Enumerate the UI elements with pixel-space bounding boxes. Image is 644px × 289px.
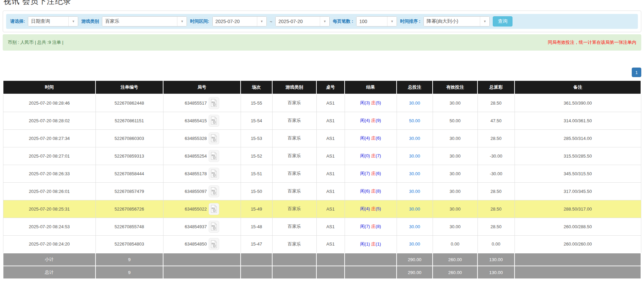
total-bet-link[interactable]: 30.00: [409, 101, 420, 106]
video-file-icon: [210, 187, 217, 195]
valid-bet-cell: 30.00: [433, 200, 477, 218]
table-row: 2025-07-20 08:24:20 522670854803 6348548…: [3, 235, 641, 253]
session-cell: 15-50: [241, 182, 272, 200]
result-cell: 闲(4) 庄(6): [345, 129, 397, 147]
result-banker: 庄: [371, 118, 376, 123]
valid-bet-cell: 0.00: [433, 235, 477, 253]
video-file-icon: [210, 205, 217, 213]
valid-bet-cell: 30.00: [433, 94, 477, 112]
result-player: 闲(1): [360, 241, 370, 247]
session-cell: 15-53: [241, 129, 272, 147]
subtotal-count: 9: [95, 253, 163, 266]
game-type-cell: 百家乐: [272, 112, 316, 129]
table-row: 2025-07-20 08:27:34 522670860303 6348553…: [3, 129, 641, 147]
result-banker: 庄: [371, 206, 376, 211]
time-cell: 2025-07-20 08:24:20: [3, 235, 95, 253]
page-size-select[interactable]: ▼: [356, 16, 397, 26]
filter-panel: 请选择: ▼ 游戏类别 ▼ 时间区间: ▼ ~ ▼ 每页笔数 :: [3, 11, 641, 32]
date-to-input[interactable]: [276, 17, 320, 26]
video-replay-button[interactable]: [209, 238, 219, 250]
game-type-select[interactable]: ▼: [102, 16, 187, 26]
query-type-select[interactable]: ▼: [28, 16, 78, 26]
total-row: 总计 9 290.00 260.00 130.00: [3, 266, 641, 279]
time-cell: 2025-07-20 08:25:31: [3, 200, 95, 218]
total-bet-link[interactable]: 30.00: [409, 136, 420, 141]
video-replay-button[interactable]: [209, 221, 219, 233]
result-banker: 庄: [371, 224, 376, 229]
header-time: 时间: [3, 80, 95, 94]
header-valid-bet: 有效投注: [433, 80, 477, 94]
round-id-cell: 634855328: [163, 129, 241, 147]
bet-id-cell: 522670857479: [95, 182, 163, 200]
header-round-id: 局号: [163, 80, 241, 94]
table-no-cell: AS1: [316, 235, 345, 253]
query-type-input[interactable]: [28, 17, 68, 26]
bet-id-cell: 522670856726: [95, 200, 163, 218]
game-type-input[interactable]: [102, 17, 177, 26]
sort-order-select[interactable]: ▼: [423, 16, 490, 26]
total-bet-link[interactable]: 30.00: [409, 171, 420, 176]
result-banker-num: (9): [376, 118, 381, 123]
total-bet-link[interactable]: 30.00: [409, 189, 420, 194]
round-id-value: 634855517: [185, 101, 207, 106]
video-file-icon: [210, 134, 217, 142]
video-replay-button[interactable]: [209, 185, 219, 197]
remark-cell: 345.50/315.50: [515, 165, 641, 182]
total-bet-link[interactable]: 30.00: [409, 224, 420, 229]
total-bet-link[interactable]: 50.00: [409, 118, 420, 123]
time-cell: 2025-07-20 08:27:34: [3, 129, 95, 147]
video-replay-button[interactable]: [209, 168, 219, 180]
video-replay-button[interactable]: [209, 150, 219, 162]
result-banker: 庄: [371, 153, 376, 158]
total-bet-cell: 30.00: [397, 94, 433, 112]
chevron-down-icon[interactable]: ▼: [257, 17, 266, 26]
total-bet-link[interactable]: 30.00: [409, 206, 420, 212]
remark-cell: 285.50/314.00: [515, 129, 641, 147]
round-id-value: 634855178: [185, 171, 207, 176]
video-replay-button[interactable]: [209, 115, 219, 127]
total-bet-link[interactable]: 30.00: [409, 241, 420, 247]
date-from-select[interactable]: ▼: [212, 16, 267, 26]
chevron-down-icon[interactable]: ▼: [480, 17, 489, 26]
page-size-input[interactable]: [356, 17, 387, 26]
table-row: 2025-07-20 08:28:02 522670861151 6348554…: [3, 112, 641, 129]
remark-cell: 317.00/345.50: [515, 182, 641, 200]
total-bet-cell: 30.00: [397, 129, 433, 147]
payout-cell: 28.50: [477, 200, 515, 218]
time-cell: 2025-07-20 08:26:33: [3, 165, 95, 182]
game-type-cell: 百家乐: [272, 165, 316, 182]
search-button[interactable]: 查询: [493, 16, 512, 26]
sort-order-input[interactable]: [424, 17, 480, 26]
summary-note: 同局有效投注，统一计算在该局第一张注单内: [548, 39, 636, 46]
game-type-label: 游戏类别: [81, 18, 99, 24]
result-banker-num: (8): [376, 224, 381, 229]
chevron-down-icon[interactable]: ▼: [387, 17, 397, 26]
time-cell: 2025-07-20 08:26:01: [3, 182, 95, 200]
date-to-select[interactable]: ▼: [275, 16, 330, 26]
header-bet-id: 注单编号: [95, 80, 163, 94]
date-from-input[interactable]: [213, 17, 257, 26]
result-player: 闲(0): [360, 153, 370, 158]
video-replay-button[interactable]: [209, 97, 219, 109]
result-cell: 闲(4) 庄(9): [345, 112, 397, 129]
chevron-down-icon[interactable]: ▼: [320, 17, 329, 26]
time-cell: 2025-07-20 08:24:53: [3, 218, 95, 235]
game-type-cell: 百家乐: [272, 147, 316, 165]
round-id-value: 634855097: [185, 189, 207, 194]
session-cell: 15-52: [241, 147, 272, 165]
payout-cell: 47.50: [477, 112, 515, 129]
total-bet-link[interactable]: 30.00: [409, 153, 420, 159]
round-id-value: 634855328: [185, 136, 207, 141]
table-no-cell: AS1: [316, 94, 345, 112]
page-button-1[interactable]: 1: [632, 68, 641, 77]
round-id-value: 634855415: [185, 118, 207, 123]
chevron-down-icon[interactable]: ▼: [68, 17, 78, 26]
table-no-cell: AS1: [316, 112, 345, 129]
video-replay-button[interactable]: [209, 203, 219, 215]
video-replay-button[interactable]: [209, 132, 219, 144]
total-bet-cell: 30.00: [397, 147, 433, 165]
remark-cell: 361.50/390.00: [515, 94, 641, 112]
chevron-down-icon[interactable]: ▼: [177, 17, 187, 26]
header-session: 场次: [241, 80, 272, 94]
round-id-cell: 634855178: [163, 165, 241, 182]
